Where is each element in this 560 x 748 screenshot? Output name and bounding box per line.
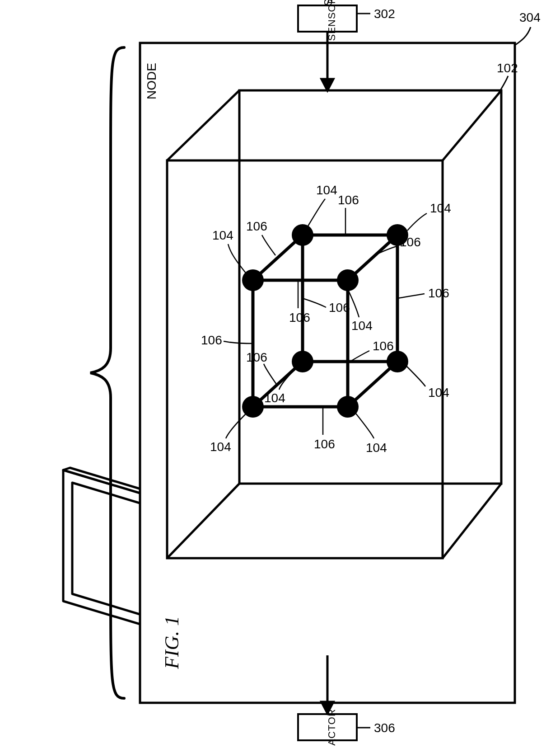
svg-text:104: 104 — [351, 319, 373, 333]
svg-text:106: 106 — [428, 286, 449, 300]
svg-text:106: 106 — [246, 219, 267, 233]
svg-text:106: 106 — [289, 310, 310, 325]
node-ref: 304 — [515, 10, 541, 45]
actor-ref: 306 — [357, 721, 395, 735]
node-ref-label: 304 — [519, 10, 541, 24]
svg-text:104: 104 — [428, 386, 449, 400]
svg-text:106: 106 — [246, 350, 267, 364]
svg-text:104: 104 — [366, 441, 387, 455]
svg-text:104: 104 — [212, 228, 233, 242]
svg-text:104: 104 — [264, 391, 285, 405]
sensor-ref-label: 302 — [374, 7, 395, 21]
svg-text:106: 106 — [373, 339, 394, 353]
sensor-ref: 302 — [357, 7, 395, 21]
svg-text:106: 106 — [400, 235, 421, 249]
node-label: NODE — [145, 63, 159, 99]
actor-ref-label: 306 — [374, 721, 395, 735]
outer-cube-ref-label: 102 — [497, 61, 518, 75]
svg-point-55 — [387, 351, 408, 372]
svg-point-51 — [337, 396, 359, 418]
svg-text:104: 104 — [430, 201, 451, 215]
svg-point-49 — [337, 269, 359, 291]
svg-text:106: 106 — [329, 301, 350, 315]
figure-caption: FIG. 1 — [161, 616, 183, 669]
figure-1: 100 NODE 304 SENSOR SENSOR 302 ACTOR — [0, 0, 560, 748]
svg-text:106: 106 — [314, 437, 335, 451]
svg-point-52 — [292, 224, 313, 246]
svg-text:104: 104 — [316, 183, 337, 197]
svg-text:104: 104 — [210, 440, 231, 454]
svg-text:106: 106 — [201, 333, 222, 347]
svg-text:106: 106 — [338, 193, 359, 207]
